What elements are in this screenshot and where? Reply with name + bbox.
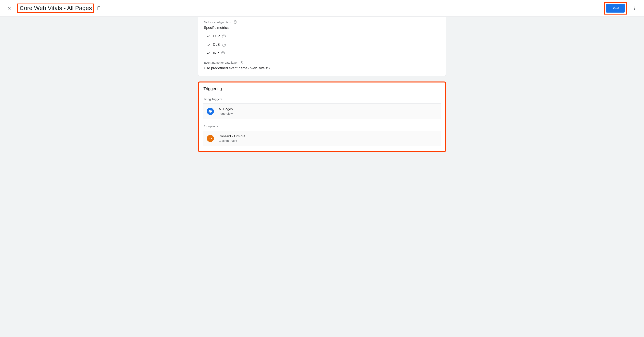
check-icon xyxy=(206,51,210,55)
custom-event-icon xyxy=(207,135,214,142)
metric-label: INP xyxy=(213,51,219,55)
page-view-icon xyxy=(207,108,214,115)
metric-item: LCP xyxy=(206,34,440,38)
metric-label: CLS xyxy=(213,43,220,47)
help-icon[interactable] xyxy=(221,51,225,55)
trigger-name: All Pages xyxy=(218,107,233,111)
save-highlight: Save xyxy=(604,2,627,14)
tag-name-highlight: Core Web Vitals - All Pages xyxy=(17,3,94,13)
metric-label: LCP xyxy=(213,34,220,38)
check-icon xyxy=(206,43,210,47)
trigger-type: Page View xyxy=(218,112,233,115)
firing-trigger-row[interactable]: All Pages Page View xyxy=(203,103,441,119)
more-vert-icon xyxy=(632,6,637,10)
close-icon xyxy=(7,6,12,10)
trigger-name: Consent - Opt-out xyxy=(218,134,245,138)
help-icon[interactable] xyxy=(240,61,243,64)
more-options-button[interactable] xyxy=(630,3,639,13)
event-name-value: Use predefined event name ("web_vitals") xyxy=(204,66,440,70)
exception-trigger-row[interactable]: Consent - Opt-out Custom Event xyxy=(203,131,441,146)
firing-triggers-label: Firing Triggers xyxy=(204,97,441,101)
svg-point-1 xyxy=(634,8,635,9)
metric-item: CLS xyxy=(206,43,440,47)
help-icon[interactable] xyxy=(222,34,226,38)
tag-name-input[interactable]: Core Web Vitals - All Pages xyxy=(20,5,92,11)
close-button[interactable] xyxy=(5,3,14,13)
svg-point-0 xyxy=(634,7,635,7)
metric-item: INP xyxy=(206,51,440,55)
help-icon[interactable] xyxy=(222,43,226,46)
event-name-label: Event name for data layer xyxy=(204,61,440,64)
exceptions-label: Exceptions xyxy=(204,124,441,128)
metrics-config-label: Metrics configuration xyxy=(204,20,440,24)
triggering-card: Triggering Firing Triggers All Pages Pag… xyxy=(198,81,446,152)
help-icon[interactable] xyxy=(233,20,236,24)
svg-point-2 xyxy=(634,9,635,10)
metrics-config-value: Specific metrics xyxy=(204,26,440,30)
check-icon xyxy=(206,34,210,38)
triggering-heading: Triggering xyxy=(204,86,441,91)
tag-config-card: Metrics configuration Specific metrics L… xyxy=(198,17,446,76)
trigger-type: Custom Event xyxy=(218,139,245,142)
folder-icon[interactable] xyxy=(97,6,102,11)
save-button[interactable]: Save xyxy=(606,4,625,12)
